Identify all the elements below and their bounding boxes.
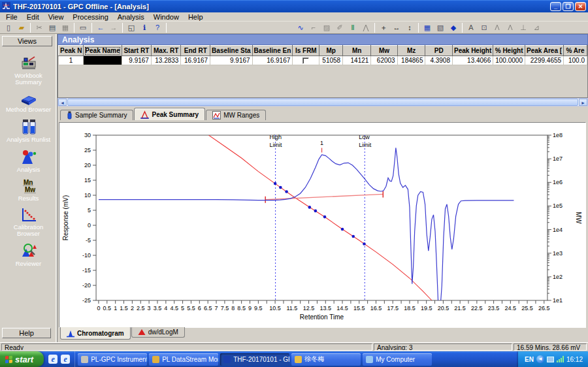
- svg-text:-25: -25: [82, 297, 91, 304]
- taskbar-button[interactable]: 徐冬梅: [291, 353, 361, 366]
- peak-table[interactable]: Peak NPeak NameStart RTMax. RTEnd RTBase…: [58, 45, 587, 65]
- back-icon[interactable]: ←: [95, 22, 106, 33]
- minimize-button[interactable]: _: [550, 2, 561, 11]
- taskbar-button[interactable]: PL-GPC Instrument C...: [78, 353, 147, 366]
- table-cell[interactable]: 16.9167: [181, 56, 210, 65]
- menu-processing[interactable]: Processing: [68, 12, 112, 22]
- column-header[interactable]: Baseline Sta: [210, 46, 252, 56]
- help-icon[interactable]: ?: [152, 22, 163, 33]
- table-cell[interactable]: 16.9167: [252, 56, 293, 65]
- sidebar-item-calibration-browser[interactable]: Calibration Browser: [1, 207, 56, 237]
- full-scale-icon[interactable]: ＋: [378, 22, 389, 33]
- menu-analysis[interactable]: Analysis: [113, 12, 149, 22]
- ie-icon[interactable]: e: [48, 355, 57, 364]
- menu-edit[interactable]: Edit: [22, 12, 44, 22]
- table-cell[interactable]: 2299.4655: [525, 56, 563, 65]
- tab-dwdlogm[interactable]: dw/dLogM: [131, 327, 185, 338]
- taskbar-button[interactable]: PL DataStream Monit...: [149, 353, 218, 366]
- column-header[interactable]: Peak N: [59, 46, 84, 56]
- table-horizontal-scrollbar[interactable]: ◄ ►: [57, 98, 588, 106]
- table-cell[interactable]: 100.0: [564, 56, 587, 65]
- column-header[interactable]: End RT: [181, 46, 210, 56]
- menu-view[interactable]: View: [44, 12, 69, 22]
- taskbar-button[interactable]: THF-20170101 - GPC ...: [220, 353, 289, 366]
- menu-window[interactable]: Window: [149, 12, 184, 22]
- baseline-tool-icon: ⌐: [308, 22, 319, 33]
- menu-help[interactable]: Help: [184, 12, 208, 22]
- windows-flag-icon: [5, 355, 12, 363]
- column-header[interactable]: Start RT: [122, 46, 151, 56]
- sidebar-item-workbook-summary[interactable]: Workbook Summary: [1, 56, 56, 86]
- tab-mw-ranges[interactable]: MW Ranges: [206, 110, 266, 120]
- table-cell[interactable]: 14121: [343, 56, 371, 65]
- views-header-button[interactable]: Views: [2, 36, 52, 46]
- signal-tray-icon[interactable]: [557, 356, 564, 362]
- column-header[interactable]: Is FRM: [293, 46, 319, 56]
- column-header[interactable]: Mp: [319, 46, 343, 56]
- table-cell[interactable]: 62003: [371, 56, 397, 65]
- grid-icon[interactable]: ▦: [421, 22, 433, 33]
- window-icon[interactable]: ◱: [125, 22, 137, 33]
- table-cell[interactable]: 9.9167: [210, 56, 252, 65]
- print-icon[interactable]: ▭: [77, 22, 89, 33]
- table-cell[interactable]: [293, 56, 319, 65]
- table-row[interactable]: 19.916713.283316.91679.916716.9167510581…: [59, 56, 587, 65]
- menu-file[interactable]: File: [1, 12, 22, 22]
- table-cell[interactable]: [84, 56, 122, 65]
- copy-icon[interactable]: ▤: [46, 22, 58, 33]
- table-cell[interactable]: 1: [59, 56, 84, 65]
- table-cell[interactable]: 13.2833: [151, 56, 180, 65]
- overlay-icon[interactable]: ◆: [448, 22, 459, 33]
- scroll-left-button[interactable]: ◄: [58, 99, 67, 106]
- properties-icon[interactable]: ▧: [434, 22, 446, 33]
- sidebar-item-analysis-runlist[interactable]: Analysis Runlist: [1, 118, 56, 143]
- tab-chromatogram[interactable]: Chromatogram: [60, 327, 131, 340]
- table-cell[interactable]: 184865: [397, 56, 425, 65]
- taskbar-button[interactable]: My Computer: [363, 353, 432, 366]
- table-cell[interactable]: 51058: [319, 56, 343, 65]
- tab-sample-summary[interactable]: Sample Summary: [60, 110, 133, 120]
- table-cell[interactable]: 9.9167: [122, 56, 151, 65]
- column-header[interactable]: Peak Height: [453, 46, 493, 56]
- column-header[interactable]: Mw: [371, 46, 397, 56]
- sidebar-item-reviewer[interactable]: Reviewer: [1, 242, 56, 267]
- close-button[interactable]: ✕: [575, 2, 586, 11]
- column-header[interactable]: Mn: [343, 46, 371, 56]
- column-header[interactable]: PD: [425, 46, 453, 56]
- sidebar-item-results[interactable]: Mn Mw Results: [1, 178, 56, 202]
- text-label-icon[interactable]: A: [465, 22, 477, 33]
- open-folder-icon[interactable]: ▰: [16, 22, 27, 33]
- table-cell[interactable]: 13.4066: [453, 56, 493, 65]
- column-header[interactable]: % Height: [493, 46, 525, 56]
- pause-icon[interactable]: Ⅱ: [347, 22, 359, 33]
- new-file-icon[interactable]: ▯: [3, 22, 14, 33]
- column-header[interactable]: Peak Area [: [525, 46, 563, 56]
- table-cell[interactable]: 4.3908: [425, 56, 453, 65]
- help-button[interactable]: Help: [2, 328, 51, 338]
- column-header[interactable]: Baseline En: [252, 46, 293, 56]
- language-indicator[interactable]: EN: [525, 356, 534, 363]
- sidebar-item-analysis[interactable]: Analysis: [1, 148, 56, 173]
- column-header[interactable]: % Are: [564, 46, 587, 56]
- curve-icon[interactable]: ∿: [295, 22, 306, 33]
- start-button[interactable]: start: [0, 351, 44, 367]
- browser-icon[interactable]: e: [61, 355, 70, 364]
- scroll-right-button[interactable]: ►: [579, 99, 587, 106]
- sidebar-item-method-browser[interactable]: Method Browser: [1, 91, 56, 113]
- network-tray-icon[interactable]: [547, 357, 554, 362]
- zoom-region-icon[interactable]: ⊡: [478, 22, 490, 33]
- chart-tabs: Chromatogram dw/dLogM: [57, 327, 588, 340]
- column-header[interactable]: Mz: [397, 46, 425, 56]
- is-frm-checkbox[interactable]: [302, 57, 309, 64]
- restore-button[interactable]: ❐: [563, 2, 574, 11]
- x-zoom-icon[interactable]: ↔: [391, 22, 402, 33]
- tab-peak-summary[interactable]: Peak Summary: [134, 108, 205, 120]
- chromatogram-chart[interactable]: 302520151050-5-10-15-20-2500.511.522.533…: [59, 123, 585, 327]
- table-cell[interactable]: 100.0000: [493, 56, 525, 65]
- scrollbar-thumb[interactable]: [67, 99, 578, 106]
- column-header[interactable]: Max. RT: [151, 46, 180, 56]
- hide-icons-chevron[interactable]: ◄: [536, 355, 544, 363]
- info-icon[interactable]: ℹ: [139, 22, 150, 33]
- column-header[interactable]: Peak Name: [84, 46, 122, 56]
- y-zoom-icon[interactable]: ↕: [404, 22, 416, 33]
